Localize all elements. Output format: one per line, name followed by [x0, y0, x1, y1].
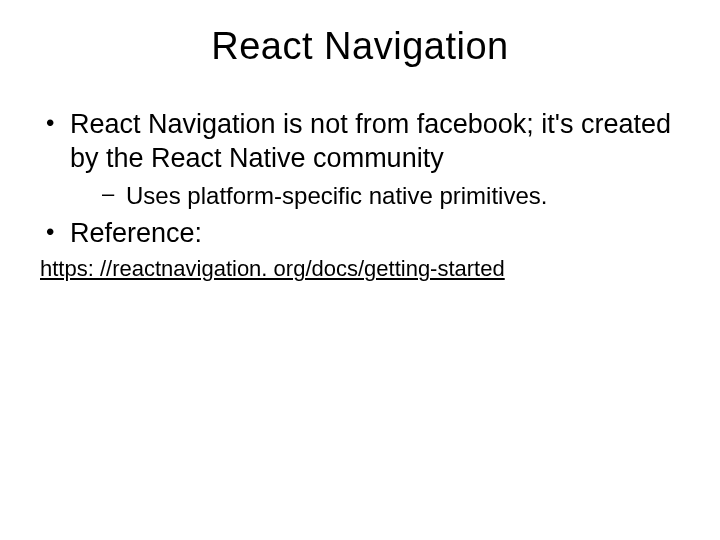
main-bullet-list: React Navigation is not from facebook; i… — [40, 108, 680, 250]
slide-title: React Navigation — [40, 25, 680, 68]
sub-bullet-list: Uses platform-specific native primitives… — [70, 180, 680, 211]
bullet-item: React Navigation is not from facebook; i… — [40, 108, 680, 211]
sub-bullet-item: Uses platform-specific native primitives… — [70, 180, 680, 211]
bullet-text: Reference: — [70, 218, 202, 248]
reference-link[interactable]: https: //reactnavigation. org/docs/getti… — [40, 256, 680, 282]
bullet-text: React Navigation is not from facebook; i… — [70, 109, 671, 173]
sub-bullet-text: Uses platform-specific native primitives… — [126, 182, 547, 209]
bullet-item: Reference: — [40, 217, 680, 251]
